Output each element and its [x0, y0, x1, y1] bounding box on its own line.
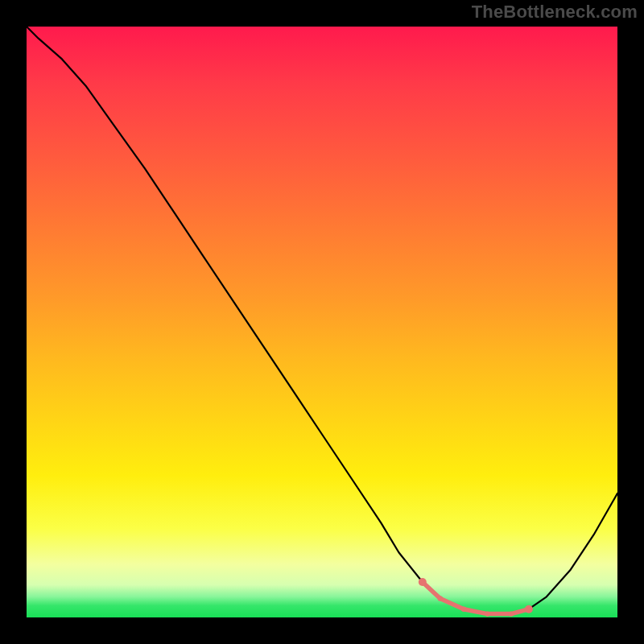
curve-layer — [27, 27, 617, 617]
bottleneck-curve — [27, 27, 617, 614]
optimal-range-dot — [438, 596, 443, 601]
optimal-range-dot — [485, 611, 489, 616]
optimal-range-dot — [419, 578, 427, 586]
optimal-range-dot — [509, 611, 514, 616]
optimal-range-dot — [461, 607, 466, 612]
optimal-range-dot — [525, 605, 533, 613]
watermark-text: TheBottleneck.com — [472, 2, 638, 23]
plot-area — [27, 27, 617, 617]
chart-frame: TheBottleneck.com — [0, 0, 644, 644]
